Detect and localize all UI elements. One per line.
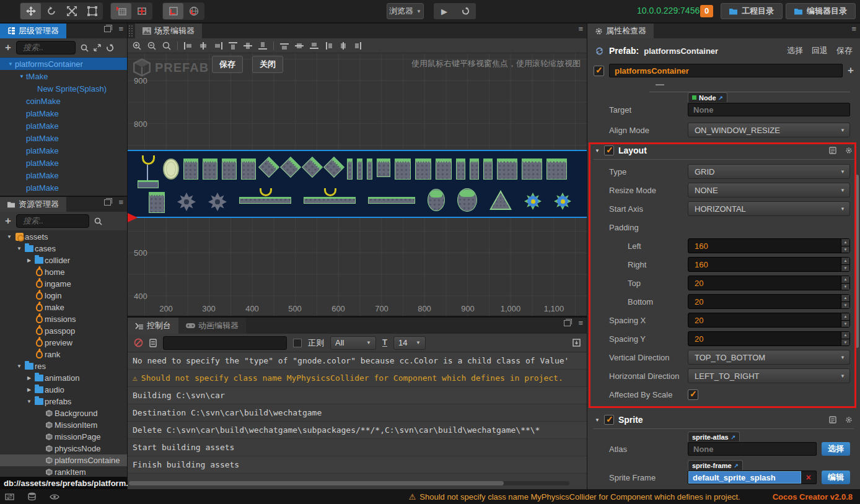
resize-mode-dropdown[interactable]: NONE▼ (688, 183, 850, 198)
distribute-top-icon[interactable] (280, 42, 289, 50)
hierarchy-search-input[interactable]: 搜索.. (16, 41, 76, 54)
atlas-type-tag[interactable]: sprite-atlas↗ (688, 432, 740, 441)
tree-item[interactable]: tMake (0, 70, 127, 82)
layout-type-dropdown[interactable]: GRID▼ (688, 164, 850, 179)
tree-item[interactable]: platformsContainer (0, 58, 127, 70)
tree-item[interactable]: platMake (0, 181, 127, 194)
padding-left-input[interactable]: 160 (688, 238, 850, 253)
tab-console[interactable]: 控制台 (128, 318, 178, 334)
sprite-frame-field[interactable]: default_sprite_splash × (688, 471, 817, 484)
tree-item[interactable]: platMake (0, 157, 127, 169)
asset-item[interactable]: ingame (0, 278, 127, 290)
platform-sprite[interactable] (203, 159, 217, 180)
horizontal-direction-dropdown[interactable]: LEFT_TO_RIGHT▼ (688, 368, 850, 383)
padding-right-input[interactable]: 160 (688, 257, 850, 272)
layout-section-header[interactable]: ▼ Layout (587, 143, 860, 158)
zoom-reset-icon[interactable] (162, 41, 171, 50)
asset-item[interactable]: assets (0, 231, 127, 243)
platform-sprite[interactable] (222, 159, 237, 180)
log-row[interactable]: ⚠ Delete C:\svn\car\build\wechatgame\sub… (128, 422, 587, 439)
platform-sprite[interactable] (208, 193, 227, 211)
sprite-section-header[interactable]: ▼ Sprite (587, 412, 860, 427)
platform-sprite[interactable] (415, 159, 431, 180)
sprite-enabled-checkbox[interactable] (604, 415, 614, 425)
log-row[interactable]: ⚠ Finish building assets (128, 456, 587, 474)
platform-sprite[interactable] (522, 159, 542, 180)
align-bottom-icon[interactable] (258, 42, 267, 50)
panel-menu-icon[interactable]: ≡ (578, 26, 583, 32)
expand-arrow-icon[interactable] (15, 363, 24, 369)
help-doc-icon[interactable] (829, 416, 836, 424)
distribute-bottom-icon[interactable] (310, 42, 318, 50)
clear-console-icon[interactable] (134, 338, 143, 347)
platform-sprite[interactable] (183, 159, 198, 180)
asset-item[interactable]: physicsNode (0, 443, 127, 454)
spinner[interactable]: ▲▼ (841, 313, 849, 327)
platform-sprite[interactable] (138, 154, 159, 188)
move-tool-button[interactable] (20, 3, 41, 19)
padding-bottom-input[interactable]: 20 (688, 294, 850, 309)
float-panel-icon[interactable] (104, 26, 111, 32)
zoom-in-icon[interactable] (133, 41, 141, 50)
zoom-out-icon[interactable] (147, 41, 156, 50)
prefab-select-button[interactable]: 选择 (787, 45, 803, 56)
refresh-status-icon[interactable] (5, 493, 14, 501)
platform-sprite[interactable] (368, 197, 415, 204)
atlas-select-button[interactable]: 选择 (822, 442, 850, 456)
tree-item[interactable]: New Sprite(Splash) (0, 82, 127, 95)
distribute-center-icon[interactable] (340, 42, 348, 50)
world-gizmo-button[interactable] (183, 3, 204, 19)
expand-arrow-icon[interactable] (5, 234, 14, 240)
rect-tool-button[interactable] (82, 3, 102, 19)
play-button[interactable]: ▶ (434, 3, 455, 19)
font-size-dropdown[interactable]: 14▼ (393, 336, 426, 350)
platform-sprite[interactable] (367, 159, 372, 180)
padding-top-input[interactable]: 20 (688, 276, 850, 290)
scale-tool-button[interactable] (61, 3, 82, 19)
tree-item[interactable]: platMake (0, 169, 127, 181)
float-panel-icon[interactable] (104, 199, 111, 206)
float-panel-icon[interactable] (564, 320, 571, 326)
expand-arrow-icon[interactable] (25, 375, 33, 381)
log-row[interactable]: ⚠ Should not specify class name MyPhysic… (128, 370, 587, 387)
spacing-x-input[interactable]: 20 (688, 313, 850, 328)
gear-icon[interactable] (845, 147, 853, 154)
platform-sprite[interactable] (554, 193, 571, 210)
scroll-lock-icon[interactable] (573, 339, 581, 347)
spinner[interactable]: ▲▼ (841, 295, 849, 308)
platform-sprite[interactable] (524, 193, 542, 210)
asset-item[interactable]: passpop (0, 325, 127, 337)
prefab-save-button[interactable]: 保存 (212, 56, 243, 73)
platform-sprite[interactable] (470, 159, 479, 180)
expand-arrow-icon[interactable] (17, 74, 26, 79)
platform-sprite[interactable] (280, 157, 301, 178)
refresh-preview-button[interactable] (455, 3, 476, 19)
expand-arrow-icon[interactable] (6, 61, 15, 67)
asset-item[interactable]: make (0, 302, 127, 313)
tree-item[interactable]: platMake (0, 119, 127, 132)
platform-sprite[interactable] (428, 189, 445, 211)
status-warning[interactable]: ⚠Should not specify class name MyPhysics… (409, 492, 740, 502)
anchor-pivot-button[interactable] (111, 3, 131, 19)
spinner[interactable]: ▲▼ (841, 239, 849, 253)
eye-icon[interactable] (50, 493, 59, 500)
asset-item[interactable]: Background (0, 407, 127, 419)
platform-sprite[interactable] (258, 157, 279, 178)
add-component-button[interactable]: + (848, 66, 854, 76)
platform-sprite[interactable] (241, 159, 256, 180)
anchor-center-button[interactable] (131, 3, 152, 19)
asset-item[interactable]: cases (0, 243, 127, 254)
gear-icon[interactable] (845, 416, 853, 424)
asset-item[interactable]: res (0, 360, 127, 372)
panel-menu-icon[interactable]: ≡ (118, 26, 123, 32)
tree-item[interactable]: platMake (0, 107, 127, 119)
project-directory-button[interactable]: 工程目录 (721, 3, 783, 19)
error-count-badge[interactable]: 0 (700, 5, 713, 17)
align-right-icon[interactable] (214, 42, 222, 50)
search-icon[interactable] (81, 44, 89, 52)
platforms-container-node[interactable] (128, 150, 587, 218)
expand-arrow-icon[interactable] (25, 399, 33, 404)
spinner[interactable]: ▲▼ (841, 332, 849, 345)
panel-grip[interactable] (128, 25, 134, 37)
tree-item[interactable]: coinMake (0, 95, 127, 107)
